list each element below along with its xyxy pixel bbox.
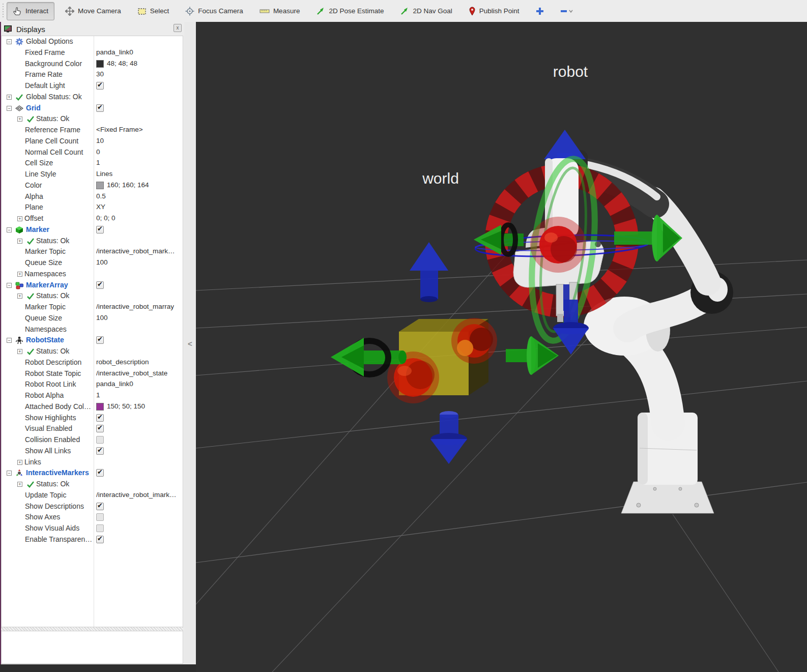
property-value[interactable]: 10 bbox=[96, 137, 104, 144]
color-value[interactable]: 150; 50; 150 bbox=[107, 402, 145, 410]
expand-box-icon[interactable]: + bbox=[17, 294, 22, 299]
checkbox-checked[interactable] bbox=[96, 281, 104, 289]
expand-box-icon[interactable]: + bbox=[17, 216, 22, 221]
tree-row-collision-enabled[interactable]: Collision Enabled bbox=[2, 434, 183, 446]
collapse-box-icon[interactable]: − bbox=[7, 39, 12, 44]
checkbox-checked[interactable] bbox=[96, 447, 104, 455]
tree-row-plane[interactable]: PlaneXY bbox=[2, 202, 183, 213]
center-sphere-red[interactable] bbox=[530, 217, 586, 273]
checkbox-unchecked[interactable] bbox=[96, 513, 104, 521]
tree-row-offset[interactable]: +Offset0; 0; 0 bbox=[2, 213, 183, 224]
checkbox-checked[interactable] bbox=[96, 503, 104, 510]
tree-row-marker-topic[interactable]: Marker Topic/interactive_robot_marray bbox=[2, 302, 183, 313]
checkbox-checked[interactable] bbox=[96, 425, 104, 432]
tree-row-default-light[interactable]: Default Light bbox=[2, 80, 183, 92]
checkbox-unchecked[interactable] bbox=[96, 436, 104, 444]
property-value[interactable]: XY bbox=[96, 203, 105, 211]
tree-row-normal-cell-count[interactable]: Normal Cell Count0 bbox=[2, 147, 183, 158]
tree-row-enable-transparen[interactable]: Enable Transparen… bbox=[2, 534, 183, 545]
tool-move-camera[interactable]: Move Camera bbox=[60, 3, 127, 20]
checkbox-checked[interactable] bbox=[96, 82, 104, 90]
tool-interact[interactable]: Interact bbox=[7, 2, 54, 20]
tool-measure[interactable]: Measure bbox=[254, 3, 306, 20]
expand-box-icon[interactable]: + bbox=[17, 272, 22, 277]
checkbox-unchecked[interactable] bbox=[96, 524, 104, 532]
property-value[interactable]: <Fixed Frame> bbox=[96, 126, 143, 133]
property-value[interactable]: 1 bbox=[96, 159, 100, 166]
tree-row-status-ok[interactable]: +Status: Ok bbox=[2, 236, 183, 247]
tree-row-reference-frame[interactable]: Reference Frame<Fixed Frame> bbox=[2, 125, 183, 136]
panel-resize-gutter[interactable]: < bbox=[184, 22, 196, 672]
property-value[interactable]: /interactive_robot_marray bbox=[96, 303, 174, 310]
property-value[interactable]: 1 bbox=[96, 391, 100, 399]
property-value[interactable]: 30 bbox=[96, 70, 104, 78]
property-value[interactable]: /interactive_robot_state bbox=[96, 369, 167, 377]
property-value[interactable]: panda_link0 bbox=[96, 380, 133, 388]
property-value[interactable]: 0; 0; 0 bbox=[96, 214, 116, 222]
render-viewport[interactable]: robot world bbox=[196, 22, 807, 672]
tree-row-links[interactable]: +Links bbox=[2, 457, 183, 468]
tree-row-marker[interactable]: −Marker bbox=[2, 224, 183, 236]
checkbox-checked[interactable] bbox=[96, 336, 104, 344]
tree-row-namespaces[interactable]: +Namespaces bbox=[2, 269, 183, 280]
checkbox-checked[interactable] bbox=[96, 536, 104, 543]
tree-row-namespaces[interactable]: Namespaces bbox=[2, 324, 183, 335]
tool-nav-goal[interactable]: 2D Nav Goal bbox=[394, 3, 457, 20]
color-swatch[interactable] bbox=[96, 403, 104, 411]
tool-select[interactable]: Select bbox=[132, 3, 175, 20]
tree-row-global-status-ok[interactable]: +Global Status: Ok bbox=[2, 92, 183, 103]
property-value[interactable]: panda_link0 bbox=[96, 48, 133, 56]
property-value[interactable]: Lines bbox=[96, 170, 112, 178]
tree-row-line-style[interactable]: Line StyleLines bbox=[2, 169, 183, 180]
tree-row-attached-body-col[interactable]: Attached Body Col…150; 50; 150 bbox=[2, 401, 183, 413]
panel-splitter[interactable] bbox=[1, 627, 183, 631]
expand-box-icon[interactable]: + bbox=[7, 95, 12, 100]
tree-row-fixed-frame[interactable]: Fixed Framepanda_link0 bbox=[2, 47, 183, 59]
tree-row-cell-size[interactable]: Cell Size1 bbox=[2, 158, 183, 169]
toolbar-drag-handle[interactable] bbox=[2, 4, 5, 19]
tree-row-status-ok[interactable]: +Status: Ok bbox=[2, 113, 183, 125]
displays-panel-header[interactable]: Displays bbox=[1, 23, 183, 35]
property-value[interactable]: /interactive_robot_mark… bbox=[96, 247, 175, 255]
checkbox-checked[interactable] bbox=[96, 414, 104, 422]
tree-row-show-all-links[interactable]: Show All Links bbox=[2, 446, 183, 457]
expand-box-icon[interactable]: + bbox=[17, 460, 22, 465]
checkbox-checked[interactable] bbox=[96, 226, 104, 233]
tree-row-plane-cell-count[interactable]: Plane Cell Count10 bbox=[2, 136, 183, 147]
tree-row-show-axes[interactable]: Show Axes bbox=[2, 512, 183, 523]
expand-box-icon[interactable]: + bbox=[17, 349, 22, 354]
collapse-box-icon[interactable]: − bbox=[7, 283, 12, 288]
tree-row-update-topic[interactable]: Update Topic/interactive_robot_imark… bbox=[2, 490, 183, 501]
tree-row-status-ok[interactable]: +Status: Ok bbox=[2, 479, 183, 490]
tool-add-tool[interactable] bbox=[530, 3, 550, 20]
color-value[interactable]: 160; 160; 164 bbox=[107, 181, 149, 189]
tool-pose-estimate[interactable]: 2D Pose Estimate bbox=[310, 3, 389, 20]
tree-row-show-visual-aids[interactable]: Show Visual Aids bbox=[2, 523, 183, 534]
tree-row-status-ok[interactable]: +Status: Ok bbox=[2, 290, 183, 302]
tool-focus-camera[interactable]: Focus Camera bbox=[180, 3, 249, 20]
expand-box-icon[interactable]: + bbox=[17, 239, 22, 244]
property-value[interactable]: robot_description bbox=[96, 358, 149, 366]
tool-publish-point[interactable]: Publish Point bbox=[463, 3, 525, 20]
tree-row-show-descriptions[interactable]: Show Descriptions bbox=[2, 501, 183, 512]
property-value[interactable]: 0.5 bbox=[96, 192, 106, 200]
tree-row-color[interactable]: Color160; 160; 164 bbox=[2, 180, 183, 191]
collapse-panel-chevron-icon[interactable]: < bbox=[188, 339, 192, 348]
tree-row-robot-alpha[interactable]: Robot Alpha1 bbox=[2, 390, 183, 401]
tree-row-robot-state-topic[interactable]: Robot State Topic/interactive_robot_stat… bbox=[2, 368, 183, 379]
tree-row-status-ok[interactable]: +Status: Ok bbox=[2, 346, 183, 357]
color-swatch[interactable] bbox=[96, 60, 104, 68]
tree-row-alpha[interactable]: Alpha0.5 bbox=[2, 191, 183, 202]
color-value[interactable]: 48; 48; 48 bbox=[107, 60, 137, 67]
checkbox-checked[interactable] bbox=[96, 104, 104, 112]
collapse-box-icon[interactable]: − bbox=[7, 471, 12, 476]
tree-row-visual-enabled[interactable]: Visual Enabled bbox=[2, 423, 183, 434]
tool-remove-tool[interactable] bbox=[555, 3, 579, 20]
tree-row-frame-rate[interactable]: Frame Rate30 bbox=[2, 69, 183, 80]
tree-row-global-options[interactable]: −Global Options bbox=[2, 36, 183, 47]
color-swatch[interactable] bbox=[96, 182, 104, 189]
property-value[interactable]: 100 bbox=[96, 314, 108, 322]
tree-row-marker-topic[interactable]: Marker Topic/interactive_robot_mark… bbox=[2, 246, 183, 257]
property-value[interactable]: 100 bbox=[96, 258, 108, 266]
tree-row-interactivemarkers[interactable]: −InteractiveMarkers bbox=[2, 468, 183, 479]
